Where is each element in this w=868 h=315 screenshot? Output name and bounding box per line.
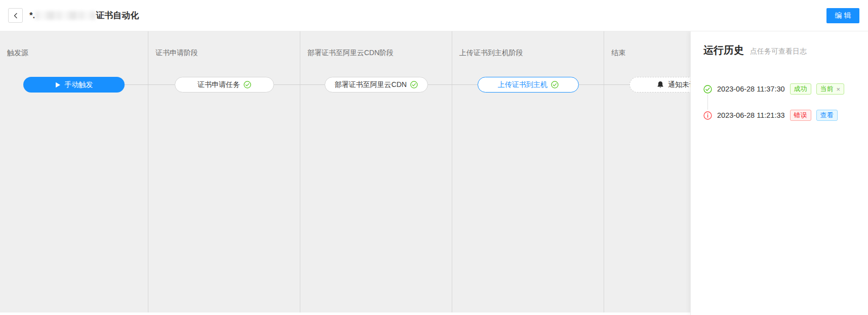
bell-icon <box>657 81 664 88</box>
view-run-button[interactable]: 查看 <box>816 110 838 121</box>
run-history-title: 运行历史 <box>703 43 744 57</box>
connector-line <box>579 84 629 85</box>
node-manual-trigger[interactable]: 手动触发 <box>23 77 125 93</box>
node-label: 手动触发 <box>65 80 93 89</box>
column-trigger-source: 触发源 <box>0 31 148 312</box>
run-history-subtitle: 点任务可查看日志 <box>750 47 807 56</box>
column-title: 结束 <box>611 49 625 58</box>
edit-button[interactable]: 编 辑 <box>826 8 859 23</box>
view-run-label: 查看 <box>820 111 834 120</box>
check-circle-icon <box>551 81 559 88</box>
chevron-left-icon <box>13 13 19 19</box>
play-icon <box>55 82 61 88</box>
page-title-prefix: *. <box>29 11 35 21</box>
timeline-connector-line <box>707 95 858 110</box>
connector-line <box>125 84 175 85</box>
page-title-suffix: 证书自动化 <box>96 10 139 21</box>
status-badge-success: 成功 <box>790 83 811 95</box>
check-circle-icon <box>703 85 712 94</box>
run-timestamp: 2023-06-28 11:37:30 <box>717 85 785 93</box>
run-row-success: 2023-06-28 11:37:30 成功 当前 × <box>703 83 858 95</box>
column-deploy-cdn-stage: 部署证书至阿里云CDN阶段 <box>300 31 452 312</box>
node-upload-cert-to-host[interactable]: 上传证书到主机 <box>478 77 579 93</box>
current-run-tag[interactable]: 当前 × <box>816 83 845 95</box>
run-history-panel: 运行历史 点任务可查看日志 2023-06-28 11:37:30 成功 当前 … <box>690 31 868 315</box>
error-info-circle-icon <box>703 111 712 120</box>
column-title: 触发源 <box>7 49 28 58</box>
connector-line <box>274 84 325 85</box>
node-deploy-aliyun-cdn[interactable]: 部署证书至阿里云CDN <box>325 77 428 93</box>
top-bar: *. 证书自动化 编 辑 <box>0 0 868 31</box>
check-circle-icon <box>410 81 418 88</box>
column-cert-request-stage: 证书申请阶段 <box>148 31 300 312</box>
run-row-error: 2023-06-28 11:21:33 错误 查看 <box>703 110 858 121</box>
node-label: 证书申请任务 <box>198 80 240 89</box>
run-history-header: 运行历史 点任务可查看日志 <box>703 43 858 57</box>
back-button[interactable] <box>8 8 23 23</box>
current-run-label: 当前 <box>820 84 834 94</box>
connector-line <box>428 84 478 85</box>
run-timestamp: 2023-06-28 11:21:33 <box>717 111 785 119</box>
node-label: 上传证书到主机 <box>498 80 547 89</box>
status-badge-label: 成功 <box>794 84 807 94</box>
node-label: 部署证书至阿里云CDN <box>335 80 407 89</box>
column-title: 部署证书至阿里云CDN阶段 <box>307 49 393 58</box>
redacted-domain-blur <box>35 11 95 20</box>
status-badge-label: 错误 <box>794 111 807 120</box>
page-title: *. 证书自动化 <box>29 10 139 21</box>
node-cert-request-task[interactable]: 证书申请任务 <box>175 77 274 93</box>
status-badge-error: 错误 <box>790 110 811 121</box>
close-icon[interactable]: × <box>837 86 841 93</box>
run-history-timeline: 2023-06-28 11:37:30 成功 当前 × 2023-06-28 1… <box>703 83 858 121</box>
column-upload-host-stage: 上传证书到主机阶段 <box>452 31 604 312</box>
check-circle-icon <box>244 81 251 88</box>
column-title: 证书申请阶段 <box>155 49 198 58</box>
column-title: 上传证书到主机阶段 <box>459 49 523 58</box>
